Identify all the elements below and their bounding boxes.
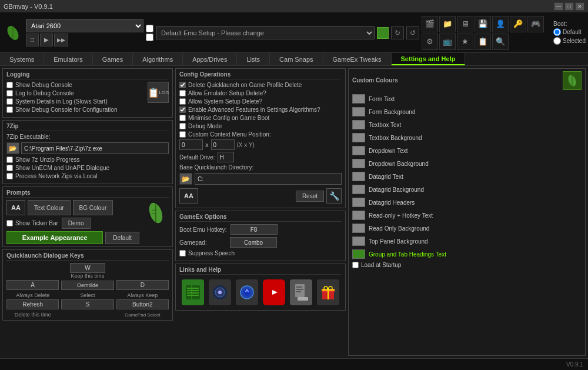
system-active-check[interactable] [146,25,153,32]
boot-default-radio[interactable]: Default [553,28,586,36]
textbox-bg-swatch[interactable] [352,133,365,142]
gameex-hotkey-input[interactable] [230,224,278,235]
textbox-text-swatch[interactable] [352,120,365,129]
boot-selected-radio[interactable]: Selected [553,37,586,45]
system-icon-cmd[interactable]: ▶▶ [54,34,68,46]
link-document-icon[interactable] [290,279,312,305]
gameex-suppress-check[interactable]: Suppress Speech [179,250,342,256]
show-debug-console-check[interactable]: Show Debug Console [6,82,145,88]
prompts-aa-button[interactable]: AA [6,200,25,215]
config-advanced-check[interactable]: Enable Advanced Features in Settings Alg… [179,106,342,113]
default-button[interactable]: Default [105,232,139,244]
emu-refresh-button[interactable]: ↻ [391,26,404,39]
gamepad-icon[interactable]: 🎮 [527,16,544,32]
tab-systems[interactable]: Systems [0,53,44,65]
config-context-check[interactable]: Custom Context Menu Position: [179,131,271,138]
config-minimise-check[interactable]: Minimise Config on Game Boot [179,115,342,121]
form-bg-swatch[interactable] [352,107,365,116]
star-icon[interactable]: ★ [457,34,473,50]
system-icon-2[interactable]: ▶ [40,34,53,46]
debug-console-config-check[interactable]: Show Debug Console for Configuration [6,106,145,113]
system-dropdown[interactable]: Atari 2600 [26,19,143,32]
link-rocket-icon[interactable] [236,279,258,305]
gear-icon[interactable]: ⚙ [422,34,438,50]
tab-gameex-tweaks[interactable]: GameEx Tweaks [323,53,392,65]
readonly-hotkey-swatch[interactable] [352,211,365,220]
ql-oemtilde-button[interactable]: Oemtilde [61,281,113,290]
config-delete-ql-check[interactable]: Delete Quicklaunch on Game Profile Delet… [179,82,342,88]
config-allow-sys-check[interactable]: Allow System Setup Delete? [179,98,342,105]
monitor-icon[interactable]: 📺 [439,34,456,50]
group-tab-swatch[interactable] [352,249,365,259]
maximize-button[interactable]: □ [564,2,574,11]
log-icon: 📋LOG [148,82,169,103]
video-icon[interactable]: 🎬 [422,16,438,32]
minimize-button[interactable]: — [554,2,563,11]
demo-button[interactable]: Demo [62,218,91,229]
emulator-dropdown[interactable]: Default Emu Setup - Please change [156,26,375,39]
system-sel-check[interactable] [146,34,153,41]
config-x-input[interactable] [179,139,203,150]
display-icon[interactable]: 🖥 [457,16,473,32]
readonly-bg-swatch[interactable] [352,224,365,233]
prompts-leaf-icon [143,200,169,226]
dropdown-text-swatch[interactable] [352,146,365,155]
system-icons-row: □ ▶ ▶▶ [26,34,143,46]
zip-path-input[interactable] [21,142,169,154]
form-text-swatch[interactable] [352,94,365,104]
appearance-button[interactable]: Example Appearance [6,231,103,244]
tab-emulators[interactable]: Emulators [44,53,93,65]
show-ticker-check[interactable]: Show Ticker Bar [6,220,58,226]
config-allow-emu-check[interactable]: Allow Emulator Setup Delete? [179,90,342,96]
config-reset-button[interactable]: Reset [296,191,324,202]
bg-colour-button[interactable]: BG Colour [73,200,113,215]
tab-lists[interactable]: Lists [237,53,270,65]
ql-d-button[interactable]: D [116,280,169,290]
config-y-input[interactable] [211,139,235,150]
search-icon[interactable]: 🔍 [492,34,509,50]
ql-w-button[interactable]: W [70,263,105,273]
profile-icon[interactable]: 👤 [492,16,509,32]
datagrid-bg-swatch[interactable] [352,185,365,194]
tab-cam-snaps[interactable]: Cam Snaps [270,53,323,65]
link-spreadsheet-icon[interactable] [182,279,204,305]
link-youtube-icon[interactable] [263,279,285,305]
ql-button2-button[interactable]: Button2 [116,299,169,309]
config-drive-input[interactable] [218,152,234,162]
top-panel-bg-swatch[interactable] [352,236,365,246]
tab-games[interactable]: Games [93,53,133,65]
ql-s-button[interactable]: S [61,299,113,309]
config-folder-button[interactable]: 📂 [179,173,192,185]
link-circle-icon[interactable] [209,279,231,305]
zip-network-check[interactable]: Process Network Zips via Local [6,173,169,179]
zip-unecm-check[interactable]: Show UnECM and UnAPE Dialogue [6,165,169,171]
gameex-gamepad-input[interactable] [230,237,277,248]
datagrid-text-swatch[interactable] [352,172,365,181]
system-icon-1[interactable]: □ [26,34,39,46]
config-tool-icon[interactable]: 🔧 [326,188,342,204]
log-debug-console-check[interactable]: Log to Debug Console [6,90,145,96]
load-startup-check[interactable] [352,262,359,268]
tab-apps-drives[interactable]: Apps/Drives [183,53,237,65]
zip-progress-check[interactable]: Show 7z Unzip Progress [6,156,169,163]
drive-icon[interactable]: 💾 [475,16,491,32]
tab-settings-help[interactable]: Settings and Help [392,53,466,65]
close-button[interactable]: ✕ [575,2,584,11]
system-details-log-check[interactable]: System Details in Log (Slows Start) [6,98,145,105]
emu-reload-button[interactable]: ↺ [406,26,419,39]
key-icon[interactable]: 🔑 [510,16,526,32]
config-base-input[interactable] [195,173,342,185]
ql-refresh-button[interactable]: Refresh [6,299,59,309]
datagrid-headers-swatch[interactable] [352,198,365,207]
ql-a-button[interactable]: A [6,280,59,290]
text-colour-button[interactable]: Text Colour [28,200,71,215]
link-gift-icon[interactable] [317,279,339,305]
config-aa-button[interactable]: AA [179,188,198,204]
zip-folder-button[interactable]: 📂 [6,142,19,154]
dropdown-bg-swatch[interactable] [352,159,365,168]
folder-icon[interactable]: 📁 [439,16,456,32]
tab-algorithms[interactable]: Algorithms [133,53,183,65]
extra-icon[interactable]: 📋 [475,34,491,50]
colour-textbox-bg: Textbox Background [352,132,582,143]
config-debug-check[interactable]: Debug Mode [179,123,342,129]
